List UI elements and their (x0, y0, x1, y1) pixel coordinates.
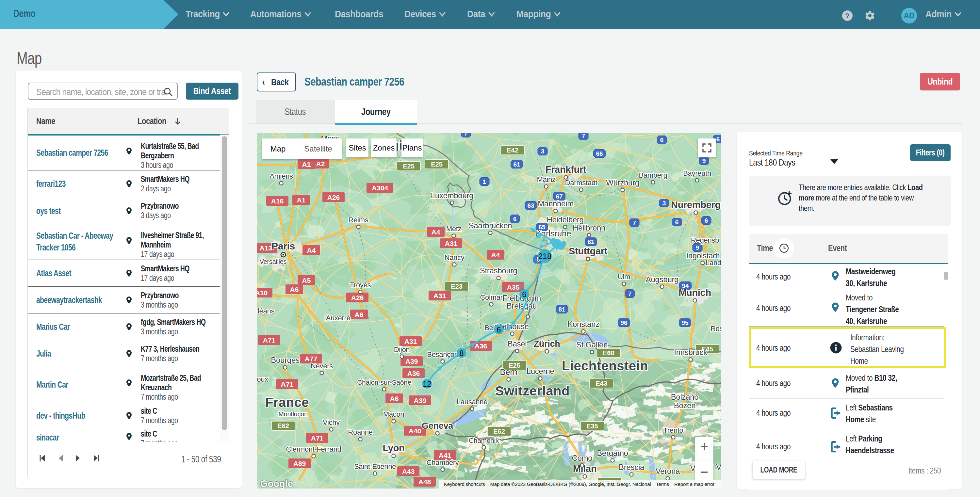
svg-text:France: France (265, 395, 309, 410)
svg-text:Stuttgart: Stuttgart (569, 246, 608, 256)
svg-text:9: 9 (702, 157, 706, 164)
svg-text:Switzerland: Switzerland (495, 384, 570, 398)
svg-text:A31: A31 (404, 338, 417, 345)
svg-text:A6: A6 (390, 395, 399, 402)
svg-text:A39: A39 (414, 397, 426, 404)
svg-text:A4: A4 (307, 246, 316, 254)
svg-text:Chamonix: Chamonix (469, 437, 499, 444)
svg-text:Mainz: Mainz (537, 175, 555, 184)
svg-text:Mâcon: Mâcon (383, 410, 404, 418)
svg-text:Como: Como (572, 454, 593, 462)
svg-text:A89: A89 (293, 460, 306, 467)
svg-text:A40: A40 (409, 427, 422, 435)
svg-text:St Gallen: St Gallen (576, 340, 608, 349)
svg-text:218: 218 (538, 252, 551, 260)
svg-text:rléans: rléans (257, 307, 274, 315)
svg-text:A4: A4 (431, 228, 440, 236)
svg-text:A31: A31 (445, 240, 458, 247)
svg-text:Clermont-Ferrand: Clermont-Ferrand (286, 445, 341, 453)
svg-text:A36: A36 (475, 342, 487, 350)
svg-text:A26: A26 (351, 294, 364, 302)
svg-text:A71: A71 (281, 380, 294, 388)
svg-text:Munich: Munich (678, 287, 711, 298)
svg-text:Reims: Reims (348, 216, 369, 224)
svg-text:12: 12 (423, 379, 431, 388)
svg-text:Roanne: Roanne (348, 428, 372, 436)
svg-text:66: 66 (596, 150, 603, 157)
svg-text:Strasbourg: Strasbourg (480, 266, 517, 275)
svg-text:Augsburg: Augsburg (646, 275, 678, 284)
svg-text:Lucerne: Lucerne (527, 367, 554, 376)
svg-text:3: 3 (662, 200, 666, 207)
svg-text:Auxerre: Auxerre (326, 314, 350, 322)
svg-text:Saint-Étienne: Saint-Étienne (354, 462, 396, 470)
svg-text:Saarbrücken: Saarbrücken (469, 221, 512, 230)
svg-text:Lausanne: Lausanne (457, 398, 487, 406)
svg-text:A39: A39 (406, 357, 418, 365)
svg-text:E23: E23 (451, 283, 463, 290)
svg-text:Ulm: Ulm (618, 273, 630, 281)
svg-text:Liechtenstein: Liechtenstein (562, 359, 648, 373)
svg-text:95: 95 (681, 319, 689, 326)
svg-text:E42: E42 (507, 147, 519, 154)
svg-text:Luxembourg: Luxembourg (431, 191, 473, 200)
svg-text:Geneva: Geneva (422, 421, 453, 431)
svg-text:Bourges: Bourges (271, 356, 299, 364)
svg-text:A2: A2 (316, 160, 325, 168)
svg-text:Versailles: Versailles (260, 258, 287, 265)
svg-text:Brescia: Brescia (619, 463, 644, 472)
svg-text:Würzburg: Würzburg (606, 178, 639, 187)
svg-text:Chalon-sur-Saône: Chalon-sur-Saône (357, 378, 411, 386)
svg-text:Vichy: Vichy (323, 418, 340, 427)
svg-text:Lyon: Lyon (383, 443, 405, 453)
svg-text:A304: A304 (372, 184, 388, 192)
svg-text:A4: A4 (491, 251, 500, 259)
svg-text:A31: A31 (433, 292, 446, 299)
svg-text:E60: E60 (603, 349, 614, 357)
svg-text:Metz: Metz (446, 225, 461, 233)
svg-text:1: 1 (483, 178, 487, 185)
svg-text:Troyes: Troyes (350, 281, 371, 289)
svg-text:?: ? (845, 11, 850, 20)
svg-text:Bolzano: Bolzano (671, 392, 699, 401)
svg-text:6: 6 (660, 137, 664, 143)
svg-text:6: 6 (496, 325, 501, 334)
svg-text:6: 6 (716, 136, 720, 143)
svg-text:Bayreuth: Bayreuth (683, 169, 711, 177)
svg-text:Amiens: Amiens (269, 172, 293, 180)
svg-text:7: 7 (582, 133, 585, 140)
svg-text:Frankfurt: Frankfurt (546, 164, 586, 175)
svg-text:Nevers: Nevers (311, 362, 333, 370)
svg-text:7: 7 (464, 133, 468, 137)
svg-text:6: 6 (513, 216, 517, 222)
svg-text:67: 67 (556, 193, 563, 200)
svg-text:Bozen: Bozen (674, 401, 696, 410)
svg-text:A26: A26 (327, 194, 340, 201)
svg-text:A1: A1 (297, 196, 306, 204)
svg-text:A16: A16 (271, 197, 284, 205)
svg-text:6: 6 (675, 219, 679, 225)
svg-text:V: V (716, 463, 721, 472)
svg-text:9: 9 (696, 244, 699, 251)
svg-text:Dijon: Dijon (394, 346, 410, 354)
svg-text:Land: Land (706, 259, 721, 267)
svg-text:A1: A1 (302, 160, 311, 168)
svg-text:E25: E25 (403, 163, 415, 170)
svg-text:81: 81 (587, 238, 595, 245)
svg-text:E62: E62 (493, 428, 505, 435)
svg-text:Darmstadt: Darmstadt (565, 179, 598, 187)
svg-text:Basel: Basel (508, 339, 527, 348)
svg-text:Bamberg: Bamberg (639, 171, 667, 179)
svg-text:A71: A71 (263, 337, 276, 344)
svg-text:E43: E43 (595, 380, 607, 387)
svg-text:uroux: uroux (257, 375, 268, 383)
svg-text:A71: A71 (311, 434, 324, 442)
svg-text:Mannheim: Mannheim (538, 199, 574, 208)
svg-text:96: 96 (620, 319, 627, 326)
svg-text:Bern: Bern (500, 367, 517, 377)
svg-text:Zürich: Zürich (534, 339, 560, 349)
svg-text:Innsbruck: Innsbruck (674, 348, 708, 357)
svg-text:Heilbronn: Heilbronn (573, 223, 605, 232)
svg-text:Paris: Paris (272, 241, 295, 251)
svg-text:7: 7 (628, 290, 632, 297)
